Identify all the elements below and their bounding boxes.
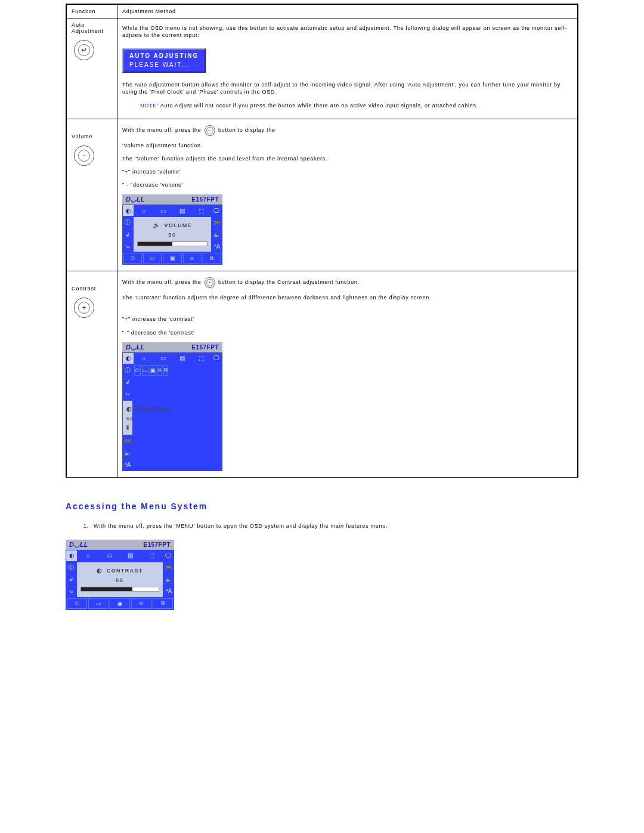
osd-right-icon: 🎮: [212, 217, 222, 228]
osd-left-icon: ↲: [66, 574, 76, 585]
volume-p1: With the menu off, press the − button to…: [122, 125, 572, 136]
osd-top-icon: ⬚: [192, 353, 210, 364]
osd-left-icon: ⓘ: [123, 217, 132, 228]
osd-bottom-icon: ⧈: [131, 598, 151, 609]
osd-center: 🔈VOLUME 50: [134, 217, 211, 252]
contrast-icon: ◐: [97, 567, 103, 574]
volume-button-icon: −: [74, 145, 94, 166]
contrast-post-btn: button to display the Contrast adjustmen…: [218, 280, 360, 286]
desc-cell-auto: While the OSD menu is not showing, use t…: [117, 18, 578, 119]
osd-bottom-icon: ⧉: [163, 365, 168, 376]
list-item-number: 1.: [83, 523, 89, 529]
osd-progress-bar: [80, 587, 159, 592]
osd-top-row: ◐ ☼ ▭ ▤ ⬚ 🖵: [66, 550, 174, 562]
dell-logo: D◡LL: [69, 541, 88, 549]
osd-adj-title: ◐CONTRAST: [80, 567, 159, 574]
auto-dialog-line1: AUTO ADJUSTING: [129, 52, 199, 59]
osd-bottom-row: ⏲ ▭ ▣ ⧈ ⧉: [66, 597, 174, 610]
osd-title-text: VOLUME: [164, 222, 192, 228]
func-cell-contrast: Contrast +: [67, 271, 117, 477]
volume-p2: 'Volume adjustment function.: [122, 142, 572, 149]
note-text: Auto Adjust will not occur if you press …: [160, 103, 478, 109]
auto-adjusting-dialog: AUTO ADJUSTING PLEASE WAIT...: [122, 48, 206, 73]
desc-cell-volume: With the menu off, press the − button to…: [117, 119, 578, 271]
osd-title-text: CONTRAST: [107, 568, 143, 574]
osd-body: ⓘ ↲ ⤿ ◐CONTRAST 66 🎮 🔈 ᴬ: [122, 364, 222, 471]
volume-p3: The "Volume" function adjusts the sound …: [122, 155, 572, 162]
osd-bottom-row: ⏲ ▭ ▣ ⧈ ⧉: [122, 252, 222, 265]
osd-titlebar: D◡LL E157FPT: [66, 540, 174, 550]
osd-progress-fill: [81, 587, 132, 591]
auto-adjust-button-icon: ↵: [74, 40, 94, 60]
osd-top-icon: ☼: [135, 205, 153, 216]
osd-adj-title: ◐CONTRAST: [126, 405, 129, 412]
osd-top-icon: ▤: [120, 550, 141, 561]
osd-top-icon: ⬚: [142, 550, 162, 561]
osd-left-icon: ⓘ: [123, 365, 132, 376]
osd-progress-bar: [137, 241, 208, 246]
osd-bottom-icon: ▣: [110, 598, 130, 609]
osd-top-icon: ▤: [173, 205, 191, 216]
osd-body: ⓘ ↲ ⤿ ◐CONTRAST 66 🎮 🔈 ᴬA: [66, 562, 174, 597]
list-item-text: With the menu off, press the 'MENU' butt…: [94, 523, 388, 529]
osd-left-icon: ↲: [123, 377, 132, 388]
osd-accessing: D◡LL E157FPT ◐ ☼ ▭ ▤ ⬚ 🖵 ⓘ ↲ ⤿ ◐CONTRAST: [66, 540, 174, 610]
contrast-p2: The 'Contrast' function adjusts the degr…: [122, 294, 572, 301]
osd-volume: D◡LL E157FPT ◐ ☼ ▭ ▤ ⬚ 🖵: [122, 194, 222, 265]
osd-top-icon: 🖵: [211, 205, 222, 216]
minus-icon: −: [75, 151, 94, 159]
func-label-contrast: Contrast: [72, 286, 112, 292]
osd-titlebar: D◡LL E157FPT: [122, 194, 222, 205]
auto-note: NOTE: Auto Adjust will not occur if you …: [140, 102, 572, 109]
osd-left-col: ⓘ ↲ ⤿ ◐CONTRAST 66 🎮 🔈 ᴬ: [122, 364, 133, 471]
osd-bottom-icon: ▭: [143, 253, 162, 264]
inline-minus-button-icon: −: [205, 125, 215, 136]
osd-top-icon: ▭: [154, 353, 172, 364]
osd-top-icon: ☼: [78, 550, 98, 561]
osd-bottom-icon: ▣: [163, 253, 181, 264]
osd-left-icon: ⤿: [123, 241, 132, 252]
osd-left-icon: ⓘ: [66, 562, 76, 573]
desc-cell-contrast: With the menu off, press the + button to…: [117, 271, 578, 477]
osd-bottom-icon: ⏲: [123, 253, 142, 264]
osd-top-icon: 🖵: [211, 353, 222, 364]
row-contrast: Contrast + With the menu off, press the …: [67, 271, 578, 477]
osd-bottom-row: ⏲ ▭ ▣ ⧈ ⧉: [133, 364, 169, 377]
osd-body: ⓘ ↲ ⤿ 🔈VOLUME 50 🎮 🔈: [122, 216, 222, 252]
osd-right-icon: 🎮: [123, 436, 132, 447]
osd-right-icon: ᴬA: [123, 460, 132, 470]
osd-progress-bar: [126, 425, 129, 430]
osd-top-row: ◐ ☼ ▭ ▤ ⬚ 🖵: [122, 205, 222, 216]
osd-bottom-icon: ⧉: [153, 598, 173, 609]
contrast-p4: "-" decrease the 'contrast': [122, 329, 572, 336]
osd-bottom-icon: ⧈: [183, 253, 202, 264]
osd-bottom-icon: ⏲: [134, 365, 141, 376]
osd-adj-title: 🔈VOLUME: [137, 222, 208, 228]
osd-progress-fill: [127, 426, 128, 429]
accessing-heading: Accessing the Menu System: [66, 501, 644, 511]
volume-p4: "+" increase 'volume': [122, 168, 572, 175]
contrast-p1: With the menu off, press the + button to…: [122, 277, 572, 288]
osd-left-col: ⓘ ↲ ⤿: [66, 562, 76, 597]
osd-bottom-icon: ▭: [142, 365, 148, 376]
auto-dialog-line2: PLEASE WAIT...: [129, 61, 199, 68]
osd-bottom-icon: ⧉: [203, 253, 221, 264]
osd-bottom-icon: ▭: [88, 598, 109, 609]
plus-icon: +: [75, 304, 94, 312]
auto-p2: The Auto Adjustment button allows the mo…: [122, 81, 572, 95]
osd-top-icon: ▭: [100, 550, 120, 561]
osd-model: E157FPT: [191, 196, 219, 203]
osd-center: ◐CONTRAST 66: [77, 562, 163, 597]
osd-contrast: D◡LL E157FPT ◐ ☼ ▭ ▤ ⬚ 🖵: [122, 342, 222, 471]
osd-left-col: ⓘ ↲ ⤿: [122, 216, 133, 252]
enter-icon: ↵: [75, 46, 94, 54]
func-label-auto: Auto Adjustment: [72, 22, 112, 34]
osd-right-col: 🎮 🔈 ᴬA: [122, 435, 133, 471]
contrast-pre-btn: With the menu off, press the: [122, 280, 203, 286]
inline-plus-button-icon: +: [205, 277, 215, 288]
function-table: Function Adjustment Method Auto Adjustme…: [66, 4, 578, 478]
speaker-icon: 🔈: [153, 222, 160, 228]
accessing-osd-wrap: D◡LL E157FPT ◐ ☼ ▭ ▤ ⬚ 🖵 ⓘ ↲ ⤿ ◐CONTRAST: [66, 540, 644, 610]
osd-title-text: CONTRAST: [136, 406, 172, 412]
osd-top-icon: 🖵: [163, 550, 174, 561]
